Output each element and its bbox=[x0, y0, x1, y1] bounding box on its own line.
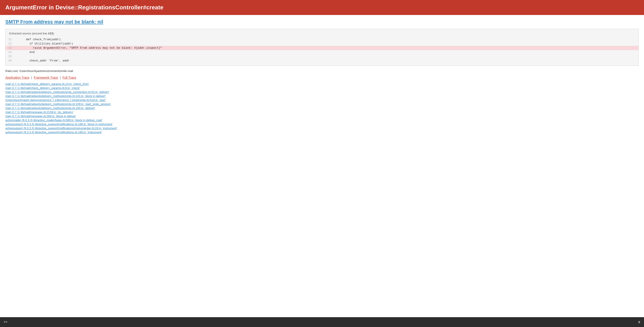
code-content: check_addr 'From', addr bbox=[16, 58, 638, 63]
code-content: if Utilities.blank?(addr) bbox=[16, 41, 638, 46]
trace-link[interactable]: activesupport (6.0.3.3) lib/active_suppo… bbox=[5, 122, 112, 126]
list-item: activesupport (6.0.3.3) lib/active_suppo… bbox=[5, 130, 639, 134]
line-number: 13 bbox=[6, 46, 16, 50]
code-content: def check_from(addr) bbox=[16, 37, 638, 41]
line-number: 16 bbox=[6, 58, 16, 63]
source-box-label: Extracted source (around line #13): bbox=[6, 32, 638, 37]
framework-trace-link[interactable]: Framework Trace bbox=[34, 76, 58, 79]
code-row: 16 check_addr 'From', addr bbox=[6, 58, 638, 63]
line-number: 14 bbox=[6, 50, 16, 54]
list-item: mail (2.7.1) lib/mail/check_delivery_par… bbox=[5, 82, 639, 86]
code-row: 15 bbox=[6, 54, 638, 58]
line-number: 12 bbox=[6, 41, 16, 46]
trace-link[interactable]: mail (2.7.1) lib/mail/check_delivery_par… bbox=[5, 86, 80, 90]
main-content: SMTP From address may not be blank: nil … bbox=[0, 15, 644, 138]
list-item: activesupport (6.0.3.3) lib/active_suppo… bbox=[5, 126, 639, 130]
list-item: actionmailer (6.0.3.3) lib/action_mailer… bbox=[5, 118, 639, 122]
code-row: 12 if Utilities.blank?(addr) bbox=[6, 41, 638, 46]
trace-link[interactable]: mail (2.7.1) lib/mail/check_delivery_par… bbox=[5, 82, 89, 86]
trace-link[interactable]: activesupport (6.0.3.3) lib/active_suppo… bbox=[5, 131, 102, 134]
code-row: 13 raise ArgumentError, "SMTP From addre… bbox=[6, 46, 638, 50]
code-content: raise ArgumentError, "SMTP From address … bbox=[16, 46, 638, 50]
error-header: ArgumentError in Devise::RegistrationsCo… bbox=[0, 0, 644, 15]
source-box: Extracted source (around line #13): 11 d… bbox=[5, 29, 639, 66]
list-item: mail (2.7.1) lib/mail/network/delivery_m… bbox=[5, 106, 639, 110]
line-number: 11 bbox=[6, 37, 16, 41]
trace-link[interactable]: actionmailer (6.0.3.3) lib/action_mailer… bbox=[5, 118, 102, 122]
application-trace-link[interactable]: Application Trace bbox=[5, 76, 29, 79]
error-title: SMTP From address may not be blank: nil bbox=[5, 19, 639, 25]
trace-link[interactable]: activesupport (6.0.3.3) lib/active_suppo… bbox=[5, 126, 117, 130]
list-item: mail (2.7.1) lib/mail/message.rb:260:in … bbox=[5, 114, 639, 118]
trace-link[interactable]: mail (2.7.1) lib/mail/network/delivery_m… bbox=[5, 102, 111, 106]
trace-link[interactable]: mail (2.7.1) lib/mail/message.rb:260:in … bbox=[5, 114, 76, 118]
separator-2: | bbox=[60, 76, 61, 79]
code-row: 11 def check_from(addr) bbox=[6, 37, 638, 41]
rails-root: Rails.root: /Users/tsuchiyaoh/environmen… bbox=[5, 69, 639, 73]
list-item: activesupport (6.0.3.3) lib/active_suppo… bbox=[5, 122, 639, 126]
line-number: 15 bbox=[6, 54, 16, 58]
code-content: end bbox=[16, 50, 638, 54]
trace-list: mail (2.7.1) lib/mail/check_delivery_par… bbox=[5, 82, 639, 134]
page-title: ArgumentError in Devise::RegistrationsCo… bbox=[5, 4, 639, 11]
list-item: mail (2.7.1) lib/mail/network/delivery_m… bbox=[5, 94, 639, 98]
list-item: mail (2.7.1) lib/mail/message.rb:2159:in… bbox=[5, 110, 639, 114]
code-row: 14 end bbox=[6, 50, 638, 54]
list-item: /Users/tsuchiyaoh/.rbenv/versions/2.7.1/… bbox=[5, 98, 639, 102]
separator-1: | bbox=[31, 76, 32, 79]
trace-link[interactable]: mail (2.7.1) lib/mail/network/delivery_m… bbox=[5, 90, 110, 94]
trace-link[interactable]: mail (2.7.1) lib/mail/network/delivery_m… bbox=[5, 106, 95, 110]
list-item: mail (2.7.1) lib/mail/network/delivery_m… bbox=[5, 102, 639, 106]
full-trace-link[interactable]: Full Trace bbox=[62, 76, 76, 79]
trace-link[interactable]: mail (2.7.1) lib/mail/message.rb:2159:in… bbox=[5, 110, 73, 114]
trace-links: Application Trace | Framework Trace | Fu… bbox=[5, 76, 639, 79]
trace-link[interactable]: mail (2.7.1) lib/mail/network/delivery_m… bbox=[5, 94, 106, 98]
trace-link[interactable]: /Users/tsuchiyaoh/.rbenv/versions/2.7.1/… bbox=[5, 98, 106, 102]
list-item: mail (2.7.1) lib/mail/network/delivery_m… bbox=[5, 90, 639, 94]
list-item: mail (2.7.1) lib/mail/check_delivery_par… bbox=[5, 86, 639, 90]
code-table: 11 def check_from(addr)12 if Utilities.b… bbox=[6, 37, 638, 63]
code-content bbox=[16, 54, 638, 58]
